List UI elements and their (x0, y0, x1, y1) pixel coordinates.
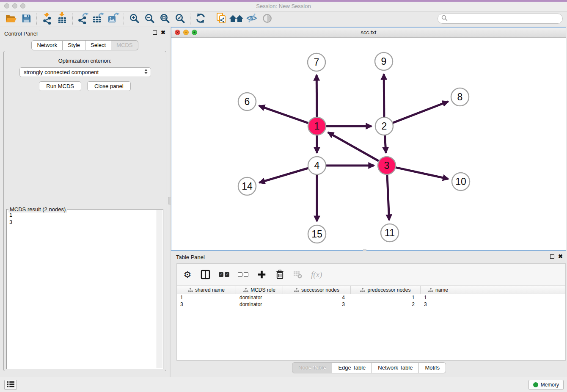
edge-3-1[interactable] (328, 133, 379, 161)
edge-3-11[interactable] (387, 175, 389, 220)
mcds-result-box: MCDS result (2 nodes) 1 3 (6, 209, 163, 369)
zoom-selected-button[interactable] (172, 12, 187, 26)
tab-edge-table[interactable]: Edge Table (332, 362, 372, 373)
zoom-in-button[interactable] (127, 12, 142, 26)
export-network-button[interactable] (75, 12, 91, 26)
home-icon-button[interactable] (229, 12, 244, 26)
deselect-all-icon[interactable] (238, 269, 248, 280)
svg-text:7: 7 (314, 57, 319, 68)
search-input[interactable] (450, 14, 562, 23)
toolbar-separator (211, 14, 211, 25)
table-row[interactable]: 3dominator323 (177, 301, 565, 308)
cell-successor-nodes[interactable]: 3 (283, 301, 351, 308)
optimization-criterion-dropdown[interactable]: strongly connected component (19, 67, 151, 77)
memory-button[interactable]: Memory (528, 380, 564, 390)
show-view-button[interactable] (259, 12, 275, 26)
node-7[interactable]: 7 (308, 53, 325, 71)
export-image-button[interactable] (106, 12, 121, 26)
mcds-result-text[interactable]: 1 3 (8, 211, 156, 368)
control-panel-title: Control Panel (4, 30, 38, 37)
export-network-icon (77, 12, 89, 26)
node-2[interactable]: 2 (375, 117, 393, 135)
mcds-result-scrollbar[interactable] (157, 210, 162, 368)
zoom-selected-icon (175, 13, 185, 25)
eye-disabled-icon (262, 13, 272, 25)
float-table-panel-icon[interactable] (550, 254, 554, 259)
network-documents-button[interactable] (214, 12, 229, 26)
run-mcds-button[interactable]: Run MCDS (39, 81, 81, 91)
delete-icon[interactable] (275, 269, 284, 280)
edge-4-14[interactable] (259, 168, 308, 182)
node-14[interactable]: 14 (238, 177, 256, 195)
column-header-shared-name[interactable]: shared name (177, 286, 236, 294)
hierarchy-icon (294, 288, 299, 293)
node-6[interactable]: 6 (238, 93, 256, 110)
table-row[interactable]: 1dominator411 (177, 294, 565, 301)
cell-successor-nodes[interactable]: 4 (283, 294, 351, 301)
node-15[interactable]: 15 (308, 225, 326, 243)
table-settings-icon[interactable]: ⚙ (183, 269, 192, 280)
edge-2-3[interactable] (385, 135, 386, 153)
tab-network-table[interactable]: Network Table (372, 362, 419, 373)
float-panel-icon[interactable] (153, 30, 157, 35)
edge-1-7[interactable] (317, 75, 317, 117)
node-1[interactable]: 1 (308, 117, 326, 135)
cell-shared-name[interactable]: 3 (177, 301, 236, 308)
network-window-titlebar[interactable]: ✕ − + scc.txt (171, 28, 566, 38)
edge-2-8[interactable] (393, 102, 448, 123)
edge-1-6[interactable] (259, 106, 308, 123)
cell-name[interactable]: 3 (421, 301, 456, 308)
close-panel-icon[interactable]: ✖ (161, 30, 165, 35)
import-network-button[interactable] (39, 12, 55, 26)
open-session-button[interactable] (3, 12, 19, 26)
eye-slash-icon (245, 13, 258, 25)
zoom-out-button[interactable] (142, 12, 157, 26)
node-9[interactable]: 9 (375, 52, 393, 70)
select-all-icon[interactable]: ✓✓ (219, 269, 229, 280)
node-8[interactable]: 8 (451, 88, 469, 106)
column-header-MCDS-role[interactable]: MCDS role (236, 286, 283, 294)
search-field[interactable] (438, 14, 563, 24)
table-toolbar: ⚙ ✓✓ (177, 264, 565, 286)
column-header-successor-nodes[interactable]: successor nodes (283, 286, 351, 294)
network-resize-handle[interactable] (363, 249, 366, 251)
close-table-panel-icon[interactable]: ✖ (558, 254, 563, 259)
show-columns-icon[interactable] (201, 269, 210, 280)
task-history-button[interactable] (4, 380, 17, 390)
table-header-row: shared nameMCDS rolesuccessor nodesprede… (177, 286, 565, 294)
cell-MCDS-role[interactable]: dominator (236, 301, 283, 308)
memory-label: Memory (541, 382, 559, 388)
cell-predecessor-nodes[interactable]: 2 (351, 301, 421, 308)
node-table-container: ⚙ ✓✓ (176, 263, 566, 361)
tab-select[interactable]: Select (85, 40, 111, 50)
cell-predecessor-nodes[interactable]: 1 (351, 294, 421, 301)
cell-shared-name[interactable]: 1 (177, 294, 236, 301)
node-11[interactable]: 11 (381, 224, 399, 242)
add-column-icon[interactable] (257, 269, 267, 280)
tab-network[interactable]: Network (31, 40, 63, 50)
network-graph[interactable]: 7968124314101511 (171, 38, 566, 250)
hide-graphics-details-button[interactable] (244, 12, 259, 26)
node-table[interactable]: shared nameMCDS rolesuccessor nodesprede… (177, 286, 565, 360)
tab-node-table[interactable]: Node Table (292, 362, 333, 373)
close-panel-button[interactable]: Close panel (87, 81, 131, 91)
cell-MCDS-role[interactable]: dominator (236, 294, 283, 301)
tab-motifs[interactable]: Motifs (419, 362, 446, 373)
tab-style[interactable]: Style (63, 40, 85, 50)
import-table-button[interactable] (55, 12, 70, 26)
node-4[interactable]: 4 (308, 157, 326, 174)
tab-mcds[interactable]: MCDS (111, 40, 138, 50)
column-header-name[interactable]: name (421, 286, 456, 294)
node-10[interactable]: 10 (452, 173, 470, 190)
application-window: Session: New Session (0, 0, 567, 392)
cell-name[interactable]: 1 (421, 294, 456, 301)
edge-3-10[interactable] (396, 168, 448, 179)
refresh-button[interactable] (193, 12, 208, 26)
save-session-button[interactable] (19, 12, 34, 26)
node-3[interactable]: 3 (378, 157, 396, 174)
edge-2-9[interactable] (384, 74, 384, 117)
export-table-button[interactable] (91, 12, 106, 26)
dropdown-selected-value: strongly connected component (24, 69, 99, 75)
column-header-predecessor-nodes[interactable]: predecessor nodes (351, 286, 421, 294)
zoom-fit-button[interactable] (157, 12, 172, 26)
